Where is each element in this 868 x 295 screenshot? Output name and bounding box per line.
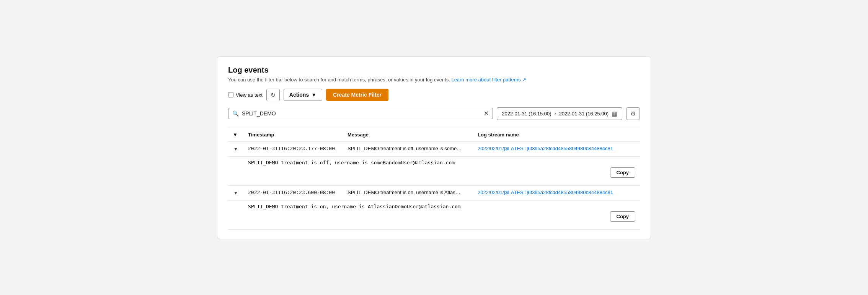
row1-timestamp-cell: 2022-01-31T16:20:23.177-08:00 xyxy=(243,141,343,156)
search-input[interactable] xyxy=(242,110,481,117)
external-link-icon: ↗ xyxy=(522,77,526,83)
row2-toggle-cell: ▼ xyxy=(228,185,243,200)
row2-expanded-row: SPLIT_DEMO treatment is on, username is … xyxy=(228,200,640,229)
page-header: Log events You can use the filter bar be… xyxy=(228,66,640,83)
col-header-toggle: ▼ xyxy=(228,128,243,141)
clear-icon: ✕ xyxy=(484,110,489,117)
table-header: ▼ Timestamp Message Log stream name xyxy=(228,128,640,141)
expand-icon: ▼ xyxy=(233,190,238,196)
clear-search-button[interactable]: ✕ xyxy=(484,110,489,117)
actions-button[interactable]: Actions ▼ xyxy=(284,89,322,101)
date-arrow-icon: › xyxy=(555,111,556,116)
create-metric-filter-button[interactable]: Create Metric Filter xyxy=(326,89,388,101)
row1-toggle-cell: ▼ xyxy=(228,141,243,156)
row1-copy-area: Copy xyxy=(248,166,635,181)
table-row: ▼ 2022-01-31T16:20:23.600-08:00 SPLIT_DE… xyxy=(228,185,640,200)
refresh-icon: ↻ xyxy=(271,91,276,99)
row1-expand-button[interactable]: ▼ xyxy=(233,146,239,152)
calendar-icon[interactable]: ▦ xyxy=(612,110,617,117)
col-header-timestamp: Timestamp xyxy=(243,128,343,141)
row2-timestamp-cell: 2022-01-31T16:20:23.600-08:00 xyxy=(243,185,343,200)
row1-copy-button[interactable]: Copy xyxy=(610,167,636,178)
table-body: ▼ 2022-01-31T16:20:23.177-08:00 SPLIT_DE… xyxy=(228,141,640,229)
expand-icon: ▼ xyxy=(233,146,238,152)
row2-expand-button[interactable]: ▼ xyxy=(233,190,239,196)
date-end: 2022-01-31 (16:25:00) xyxy=(559,111,609,117)
row1-message-cell: SPLIT_DEMO treatment is off, username is… xyxy=(343,141,473,156)
row2-logstream-cell: 2022/02/01/[$LATEST]6f395a28fcdd48558049… xyxy=(473,185,640,200)
row2-copy-button[interactable]: Copy xyxy=(610,211,636,222)
row1-logstream-cell: 2022/02/01/[$LATEST]6f395a28fcdd48558049… xyxy=(473,141,640,156)
row1-expanded-content: SPLIT_DEMO treatment is off, username is… xyxy=(228,157,640,185)
search-box: 🔍 ✕ xyxy=(228,108,493,119)
log-events-table: ▼ Timestamp Message Log stream name ▼ xyxy=(228,128,640,230)
toolbar: View as text ↻ Actions ▼ Create Metric F… xyxy=(228,89,640,101)
view-as-text-checkbox[interactable] xyxy=(228,92,233,97)
row2-expanded-content: SPLIT_DEMO treatment is on, username is … xyxy=(228,201,640,229)
row1-logstream-link[interactable]: 2022/02/01/[$LATEST]6f395a28fcdd48558049… xyxy=(478,146,613,151)
row1-timestamp: 2022-01-31T16:20:23.177-08:00 xyxy=(248,146,335,151)
page-title: Log events xyxy=(228,66,640,75)
row2-timestamp: 2022-01-31T16:20:23.600-08:00 xyxy=(248,190,335,195)
sort-icon: ▼ xyxy=(233,132,238,138)
row1-message: SPLIT_DEMO treatment is off, username is… xyxy=(348,146,462,151)
row1-expanded-text: SPLIT_DEMO treatment is off, username is… xyxy=(248,160,455,165)
log-events-panel: Log events You can use the filter bar be… xyxy=(217,56,651,239)
search-icon: 🔍 xyxy=(232,110,239,117)
chevron-down-icon: ▼ xyxy=(311,92,317,98)
view-as-text-label[interactable]: View as text xyxy=(228,92,263,98)
search-row: 🔍 ✕ 2022-01-31 (16:15:00) › 2022-01-31 (… xyxy=(228,107,640,120)
page-subtitle: You can use the filter bar below to sear… xyxy=(228,77,640,83)
table-row: ▼ 2022-01-31T16:20:23.177-08:00 SPLIT_DE… xyxy=(228,141,640,156)
row2-message-cell: SPLIT_DEMO treatment is on, username is … xyxy=(343,185,473,200)
learn-more-link[interactable]: Learn more about filter patterns ↗ xyxy=(451,77,526,83)
row2-expanded-text: SPLIT_DEMO treatment is on, username is … xyxy=(248,204,461,209)
settings-button[interactable]: ⚙ xyxy=(626,107,640,120)
refresh-button[interactable]: ↻ xyxy=(266,89,280,101)
col-header-logstream: Log stream name xyxy=(473,128,640,141)
date-start: 2022-01-31 (16:15:00) xyxy=(502,111,551,117)
row1-expanded-row: SPLIT_DEMO treatment is off, username is… xyxy=(228,156,640,185)
row2-copy-area: Copy xyxy=(248,210,635,225)
row2-message: SPLIT_DEMO treatment is on, username is … xyxy=(348,190,460,195)
gear-icon: ⚙ xyxy=(630,110,636,117)
date-range-display: 2022-01-31 (16:15:00) › 2022-01-31 (16:2… xyxy=(497,107,622,120)
row2-logstream-link[interactable]: 2022/02/01/[$LATEST]6f395a28fcdd48558049… xyxy=(478,190,613,195)
col-header-message: Message xyxy=(343,128,473,141)
